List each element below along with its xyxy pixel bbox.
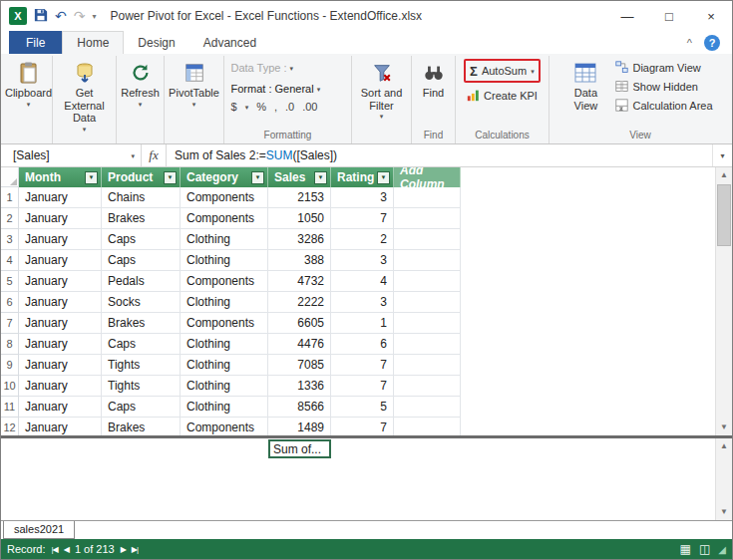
sheet-tab-sales2021[interactable]: sales2021 [3,521,75,539]
cell-sales[interactable]: 2153 [268,187,331,208]
row-number[interactable]: 1 [1,187,19,208]
cell-month[interactable]: January [19,376,102,397]
maximize-button[interactable]: □ [648,1,690,31]
data-view-toggle-icon[interactable]: ▦ [680,542,691,556]
qat-customize-icon[interactable]: ▾ [92,12,96,21]
cell-rating[interactable]: 7 [331,376,394,397]
cell-rating[interactable]: 7 [331,418,394,435]
cell-product[interactable]: Brakes [102,208,181,229]
filter-dropdown-button[interactable]: ▼ [314,171,327,184]
cell-category[interactable]: Components [181,313,268,334]
record-next-icon[interactable]: ▶ [121,545,126,554]
record-first-icon[interactable]: |◀ [52,545,58,554]
calculation-area-button[interactable]: Calculation Area [612,97,715,115]
scrollbar-thumb[interactable] [717,184,731,246]
cell-month[interactable]: January [19,334,102,355]
row-number[interactable]: 4 [1,250,19,271]
row-number[interactable]: 6 [1,292,19,313]
pivottable-button[interactable]: PivotTable ▾ [167,57,221,129]
cell-product[interactable]: Caps [102,229,181,250]
column-header-product[interactable]: Product ▼ [102,167,181,187]
cell-sales[interactable]: 4732 [268,271,331,292]
resize-grip-icon[interactable]: ◢ [718,544,726,555]
filter-dropdown-button[interactable]: ▼ [164,171,177,184]
increase-decimal-button[interactable]: .0 [285,101,294,113]
close-button[interactable]: × [690,1,732,31]
column-header-sales[interactable]: Sales ▼ [268,167,331,187]
column-header-month[interactable]: Month ▼ [19,167,102,187]
cell-product[interactable]: Tights [102,376,181,397]
cell-category[interactable]: Clothing [181,250,268,271]
cell-category[interactable]: Components [181,208,268,229]
tab-home[interactable]: Home [62,31,124,54]
diagram-view-toggle-icon[interactable]: ◫ [699,542,710,556]
find-button[interactable]: Find [414,57,453,129]
column-header-rating[interactable]: Rating ▼ [331,167,394,187]
cell-product[interactable]: Chains [102,187,181,208]
filter-dropdown-button[interactable]: ▼ [377,171,390,184]
cell-product[interactable]: Caps [102,397,181,418]
cell-month[interactable]: January [19,271,102,292]
column-header-add-column[interactable]: Add Column [394,167,461,187]
scroll-down-icon[interactable]: ▼ [716,504,732,520]
cell-rating[interactable]: 2 [331,229,394,250]
cell-sales[interactable]: 2222 [268,292,331,313]
grid-vertical-scrollbar[interactable]: ▲ ▼ [715,167,732,435]
filter-dropdown-button[interactable]: ▼ [85,171,98,184]
cell-add-column[interactable] [394,334,461,355]
cell-add-column[interactable] [394,271,461,292]
cell-product[interactable]: Caps [102,334,181,355]
tab-advanced[interactable]: Advanced [189,31,270,54]
cell-add-column[interactable] [394,292,461,313]
cell-product[interactable]: Brakes [102,418,181,435]
cell-category[interactable]: Clothing [181,355,268,376]
filter-dropdown-button[interactable]: ▼ [251,171,264,184]
cell-month[interactable]: January [19,187,102,208]
row-number[interactable]: 10 [1,376,19,397]
cell-add-column[interactable] [394,229,461,250]
cell-rating[interactable]: 3 [331,250,394,271]
record-last-icon[interactable]: ▶| [132,545,138,554]
cell-add-column[interactable] [394,355,461,376]
autosum-button[interactable]: Σ AutoSum ▾ [470,62,535,80]
select-all-corner[interactable] [1,167,19,187]
cell-product[interactable]: Brakes [102,313,181,334]
cell-rating[interactable]: 3 [331,187,394,208]
cell-month[interactable]: January [19,418,102,435]
cell-rating[interactable]: 1 [331,313,394,334]
cell-sales[interactable]: 1336 [268,376,331,397]
row-number[interactable]: 12 [1,418,19,435]
row-number[interactable]: 5 [1,271,19,292]
redo-icon[interactable]: ↷ [74,9,86,23]
format-dropdown[interactable]: Format : General ▾ [231,80,345,98]
cell-month[interactable]: January [19,229,102,250]
thousands-separator-button[interactable]: , [274,101,277,113]
cell-add-column[interactable] [394,208,461,229]
cell-rating[interactable]: 5 [331,397,394,418]
column-header-category[interactable]: Category ▼ [181,167,268,187]
fx-button[interactable]: fx [141,144,167,166]
cell-category[interactable]: Clothing [181,376,268,397]
row-number[interactable]: 2 [1,208,19,229]
get-external-data-button[interactable]: Get External Data ▾ [55,57,114,133]
clipboard-button[interactable]: Clipboard ▾ [6,57,52,129]
cell-sales[interactable]: 7085 [268,355,331,376]
cell-add-column[interactable] [394,187,461,208]
cell-month[interactable]: January [19,292,102,313]
cell-sales[interactable]: 4476 [268,334,331,355]
cell-sales[interactable]: 3286 [268,229,331,250]
cell-category[interactable]: Clothing [181,229,268,250]
cell-sales[interactable]: 388 [268,250,331,271]
cell-sales[interactable]: 6605 [268,313,331,334]
minimize-button[interactable]: — [606,1,648,31]
help-icon[interactable]: ? [704,35,720,51]
excel-app-icon[interactable]: X [9,7,27,25]
calc-vertical-scrollbar[interactable]: ▲ ▼ [715,438,732,520]
tab-design[interactable]: Design [124,31,188,54]
decrease-decimal-button[interactable]: .00 [302,101,317,113]
cell-product[interactable]: Socks [102,292,181,313]
create-kpi-button[interactable]: Create KPI [464,87,541,105]
tab-file[interactable]: File [9,31,62,54]
percent-button[interactable]: % [256,101,266,113]
cell-rating[interactable]: 3 [331,292,394,313]
